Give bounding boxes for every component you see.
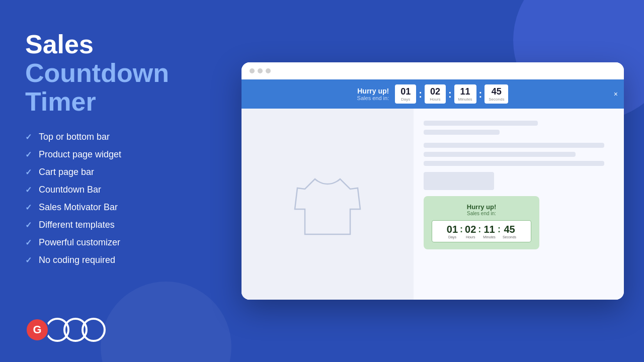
bar-hurry-up: Hurry up! [357,87,389,95]
check-icon-6: ✓ [25,220,32,230]
placeholder-desc-3 [424,161,604,166]
browser-dot-3 [266,68,271,73]
widget-days-lbl: Days [447,235,458,239]
feature-label-2: Product page widget [39,149,121,160]
feature-label-6: Different templates [39,220,115,230]
feature-different-templates: ✓ Different templates [25,220,196,230]
title-block: Sales Countdown Timer [25,30,196,117]
browser-content: Hurry up! Sales end in: 01 Days : 02 Hou… [242,109,624,300]
right-panel: Hurry up! Sales end in: 01 Days : 02 Hou… [242,62,624,300]
feature-label-7: Powerful customizer [39,237,120,248]
feature-powerful-customizer: ✓ Powerful customizer [25,237,196,248]
check-icon-3: ✓ [25,167,32,177]
widget-hours-group: 02 Hours [465,224,476,239]
check-icon-4: ✓ [25,185,32,195]
widget-hours-lbl: Hours [465,235,476,239]
time-box-minutes: 11 Minutes [454,84,476,104]
time-box-hours: 02 Hours [425,84,446,104]
days-label: Days [399,97,412,102]
browser-window: Hurry up! Sales end in: 01 Days : 02 Hou… [242,62,624,300]
widget-seconds-group: 45 Seconds [503,224,516,239]
minutes-num: 11 [458,86,472,97]
widget-sales-end: Sales end in: [432,211,531,216]
feature-sales-motivator-bar: ✓ Sales Motivator Bar [25,202,196,213]
check-icon-5: ✓ [25,203,32,212]
feature-cart-page-bar: ✓ Cart page bar [25,167,196,177]
check-icon-2: ✓ [25,150,32,159]
close-button[interactable]: × [614,90,618,98]
colon-2: : [448,88,452,100]
seconds-label: Seconds [489,97,504,102]
time-box-seconds: 45 Seconds [485,84,508,104]
minutes-label: Minutes [458,97,472,102]
widget-hours-num: 02 [465,224,476,235]
colon-1: : [419,88,422,100]
countdown-units: 01 Days : 02 Hours : 11 Minutes : 45 Sec… [395,84,508,104]
feature-no-coding-required: ✓ No coding required [25,255,196,265]
widget-hurry-up: Hurry up! [432,203,531,211]
placeholder-desc-1 [424,143,604,148]
widget-minutes-num: 11 [483,224,496,235]
feature-label-3: Cart page bar [39,167,94,177]
product-image [287,164,368,244]
title-sales: Sales [25,30,94,59]
title-countdown: Countdown [25,58,169,87]
countdown-bar-text: Hurry up! Sales end in: [357,87,389,101]
title-timer: Timer [25,87,96,116]
check-icon-1: ✓ [25,132,32,142]
feature-label-4: Countdown Bar [39,185,101,195]
browser-titlebar [242,62,624,79]
widget-countdown: Hurry up! Sales end in: 01 Days : 02 Hou… [424,196,539,249]
check-icon-8: ✓ [25,255,32,265]
placeholder-button [424,172,494,190]
feature-top-bottom-bar: ✓ Top or bottom bar [25,132,196,142]
feature-countdown-bar: ✓ Countdown Bar [25,185,196,195]
widget-minutes-group: 11 Minutes [483,224,496,239]
feature-label-1: Top or bottom bar [39,132,110,142]
feature-label-8: No coding required [39,255,115,265]
time-box-days: 01 Days [395,84,416,104]
check-icon-7: ✓ [25,238,32,247]
widget-days-num: 01 [447,224,458,235]
product-details: Hurry up! Sales end in: 01 Days : 02 Hou… [414,109,624,300]
logo-g-letter: G [25,318,49,342]
placeholder-price [424,130,500,135]
hours-label: Hours [429,97,442,102]
feature-label-5: Sales Motivator Bar [39,202,118,213]
widget-seconds-lbl: Seconds [503,235,516,239]
widget-timer-box: 01 Days : 02 Hours : 11 Minutes [432,220,531,242]
widget-seconds-num: 45 [503,224,516,235]
product-area [242,109,414,300]
bar-sales-end: Sales end in: [357,95,389,101]
browser-dot-1 [250,68,255,73]
logo: G [25,318,106,342]
countdown-bar: Hurry up! Sales end in: 01 Days : 02 Hou… [242,79,624,109]
colon-3: : [479,88,482,100]
widget-days-group: 01 Days [447,224,458,239]
feature-product-page-widget: ✓ Product page widget [25,149,196,160]
widget-colon-1: : [460,224,463,235]
seconds-num: 45 [489,86,504,97]
title-line-1: Sales Countdown [25,30,196,87]
widget-minutes-lbl: Minutes [483,235,496,239]
placeholder-desc-2 [424,152,576,157]
features-list: ✓ Top or bottom bar ✓ Product page widge… [25,132,196,273]
days-num: 01 [399,86,412,97]
title-line-2: Timer [25,87,196,116]
hours-num: 02 [429,86,442,97]
widget-colon-3: : [498,224,501,235]
widget-colon-2: : [478,224,481,235]
placeholder-title [424,121,538,126]
browser-dot-2 [258,68,263,73]
left-panel: Sales Countdown Timer ✓ Top or bottom ba… [0,0,221,362]
